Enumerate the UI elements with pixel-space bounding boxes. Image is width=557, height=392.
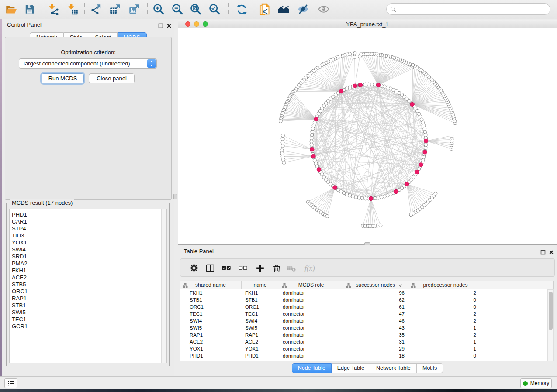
mcds-result-item[interactable]: RAP1: [12, 295, 166, 302]
trash-icon: [272, 264, 281, 273]
create-column-button[interactable]: [255, 263, 265, 273]
close-table-panel-icon[interactable]: [549, 249, 554, 254]
mcds-result-item[interactable]: PMA2: [12, 260, 166, 267]
select-all-button[interactable]: [221, 263, 232, 273]
mcds-result-item[interactable]: STP4: [12, 225, 166, 232]
column-header-successor-nodes[interactable]: successor nodes: [343, 281, 408, 289]
zoom-fit-button[interactable]: [188, 1, 204, 17]
zoom-in-icon: [152, 3, 165, 15]
run-mcds-button[interactable]: Run MCDS: [42, 73, 84, 83]
mcds-result-item[interactable]: STB1: [12, 302, 166, 309]
mcds-result-item[interactable]: SWI4: [12, 246, 166, 253]
mcds-result-item[interactable]: SRD1: [12, 253, 166, 260]
zoom-selected-button[interactable]: [207, 1, 222, 17]
search-input[interactable]: [396, 5, 550, 14]
mcds-result-item[interactable]: ORC1: [12, 288, 166, 295]
horizontal-splitter-grip[interactable]: [173, 194, 177, 199]
memory-status-icon: [523, 381, 528, 386]
network-window-titlebar[interactable]: YPA_prune.txt_1: [178, 20, 557, 28]
gear-icon: [189, 263, 199, 273]
houses-button[interactable]: [276, 1, 291, 17]
tab-edge-table[interactable]: Edge Table: [332, 363, 370, 373]
float-table-panel-icon[interactable]: [540, 249, 546, 254]
table-row[interactable]: YOX1YOX1connector291: [180, 345, 547, 352]
mcds-result-item[interactable]: YOX1: [12, 239, 166, 246]
task-history-button[interactable]: [4, 378, 17, 388]
table-row[interactable]: RAP1RAP1dominator352: [180, 331, 547, 338]
tab-node-table[interactable]: Node Table: [292, 363, 332, 373]
tab-motifs[interactable]: Motifs: [417, 363, 443, 373]
table-row[interactable]: ACE2ACE2connector311: [180, 338, 547, 345]
mcds-result-item[interactable]: SWI5: [12, 309, 166, 316]
table-cell-name: RAP1: [242, 332, 279, 337]
table-cell-shared-name: RAP1: [180, 332, 242, 337]
table-body: FKH1FKH1dominator962STB1STB1dominator620…: [180, 289, 547, 361]
show-columns-button[interactable]: [205, 263, 215, 273]
import-table-button[interactable]: [65, 1, 80, 17]
mcds-result-item[interactable]: ACE2: [12, 274, 166, 281]
mcds-result-item[interactable]: GCR1: [12, 323, 166, 330]
table-row[interactable]: TEC1TEC1connector472: [180, 310, 547, 317]
show-graphics-details-button[interactable]: [316, 1, 332, 17]
close-panel-button[interactable]: Close panel: [89, 73, 135, 83]
mcds-result-list[interactable]: PHD1CAR1STP4TID3YOX1SWI4SRD1PMA2FKH1ACE2…: [9, 209, 167, 363]
table-row[interactable]: STB1STB1dominator620: [180, 296, 547, 303]
share-document-icon: [259, 3, 271, 15]
table-cell-mcds-role: connector: [279, 325, 343, 330]
table-cell-name: ACE2: [242, 339, 279, 344]
search-box[interactable]: [386, 3, 550, 15]
export-network-button[interactable]: [88, 1, 104, 17]
mcds-result-item[interactable]: PHD1: [12, 211, 166, 218]
mcds-result-item[interactable]: TEC1: [12, 316, 166, 323]
table-cell-shared-name: FKH1: [180, 290, 242, 296]
toolbar-separator: [84, 3, 85, 15]
table-row[interactable]: SWI5SWI5connector431: [180, 324, 547, 331]
float-panel-icon[interactable]: [158, 22, 163, 28]
memory-button[interactable]: Memory: [520, 378, 552, 388]
table-header-row: shared namenameMCDS rolesuccessor nodesp…: [180, 281, 554, 289]
delete-column-button[interactable]: [271, 263, 282, 273]
column-header-name[interactable]: name: [242, 281, 279, 289]
mcds-list-scrollbar[interactable]: [161, 209, 166, 363]
share-document-button[interactable]: [257, 1, 273, 17]
table-row[interactable]: SWI4SWI4dominator462: [180, 317, 547, 324]
table-row[interactable]: FKH1FKH1dominator962: [180, 289, 547, 296]
mcds-result-item[interactable]: STB5: [12, 281, 166, 288]
apply-layout-button[interactable]: [234, 1, 249, 17]
column-header-mcds-role[interactable]: MCDS role: [279, 281, 343, 289]
table-options-button[interactable]: [189, 263, 199, 273]
hide-graphics-details-button[interactable]: [295, 1, 311, 17]
table-cell-mcds-role: connector: [279, 339, 343, 344]
toolbar-separator: [228, 3, 229, 15]
zoom-out-icon: [171, 3, 183, 15]
deselect-all-icon: [238, 263, 248, 273]
save-session-button[interactable]: [22, 1, 38, 17]
table-cell-name: ORC1: [242, 304, 279, 309]
import-network-button[interactable]: [45, 1, 61, 17]
table-cell-predecessor-nodes: 2: [408, 290, 483, 296]
open-file-button[interactable]: [3, 1, 19, 17]
zoom-in-button[interactable]: [151, 1, 166, 17]
table-scrollbar[interactable]: [547, 289, 554, 361]
mcds-result-item[interactable]: FKH1: [12, 267, 166, 274]
tab-network-table[interactable]: Network Table: [370, 363, 417, 373]
export-table-button[interactable]: [107, 1, 123, 17]
table-row[interactable]: ORC1ORC1dominator610: [180, 303, 547, 310]
table-cell-shared-name: ORC1: [180, 304, 242, 309]
table-scrollbar-thumb[interactable]: [549, 292, 553, 330]
export-image-button[interactable]: [126, 1, 142, 17]
mcds-result-item[interactable]: CAR1: [12, 218, 166, 225]
optimization-criterion-dropdown[interactable]: largest connected component (undirected): [19, 58, 157, 69]
double-house-icon: [277, 3, 290, 15]
zoom-out-button[interactable]: [170, 1, 185, 17]
network-canvas[interactable]: [178, 28, 557, 244]
table-row[interactable]: PHD1PHD1dominator180: [180, 352, 547, 359]
export-table-icon: [109, 3, 121, 15]
column-header-shared-name[interactable]: shared name: [180, 281, 242, 289]
mcds-result-item[interactable]: TID3: [12, 232, 166, 239]
table-cell-mcds-role: dominator: [279, 318, 343, 323]
close-panel-icon[interactable]: [166, 22, 172, 28]
column-header-predecessor-nodes[interactable]: predecessor nodes: [408, 281, 483, 289]
toolbar-separator: [42, 3, 42, 15]
deselect-all-button[interactable]: [238, 263, 248, 273]
